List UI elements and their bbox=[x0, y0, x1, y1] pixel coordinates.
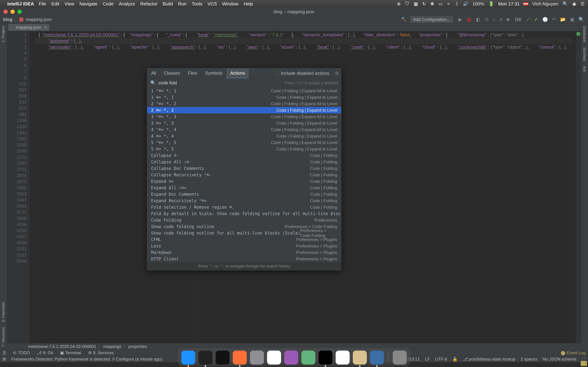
dock-app-activity[interactable] bbox=[216, 350, 230, 365]
timemachine-icon[interactable]: ↻ bbox=[422, 1, 426, 7]
stop-icon[interactable]: ≡ bbox=[500, 17, 502, 22]
mac-menu-item[interactable]: Window bbox=[222, 1, 238, 7]
popup-result-row[interactable]: Collapse ⌘-Code | Folding bbox=[147, 152, 341, 159]
vcs-update-icon[interactable]: ✓ bbox=[526, 17, 530, 22]
popup-result-row[interactable]: Collapse Doc CommentsCode | Folding bbox=[147, 165, 341, 172]
minimize-window-button[interactable] bbox=[10, 10, 15, 14]
run-config-combo[interactable]: Add Configuration... bbox=[410, 16, 453, 23]
popup-tab[interactable]: Files bbox=[184, 68, 201, 78]
mac-menu-item[interactable]: Run bbox=[178, 1, 187, 7]
shield-icon[interactable]: ⛉ bbox=[405, 1, 409, 7]
mac-menu-item[interactable]: Refactor bbox=[140, 1, 157, 7]
popup-tab[interactable]: Symbols bbox=[201, 68, 226, 78]
todo-tool-button[interactable]: 6: TODO bbox=[13, 350, 30, 355]
vcs-revert-icon[interactable]: ↶ bbox=[552, 17, 556, 22]
zoom-window-button[interactable] bbox=[17, 10, 22, 14]
dock-app-intellij[interactable] bbox=[319, 350, 332, 365]
dock-app-photos[interactable] bbox=[267, 350, 281, 365]
coverage-icon[interactable]: ◧ bbox=[476, 17, 480, 22]
line-separator[interactable]: LF bbox=[425, 357, 430, 362]
mac-menu-item[interactable]: View bbox=[64, 1, 74, 7]
volume-icon[interactable]: 🔊 bbox=[463, 1, 468, 7]
dock-app-podcasts[interactable] bbox=[284, 350, 298, 365]
popup-result-row[interactable]: 4 ⌃⌘= *, 4Code | Folding | Expand All to… bbox=[147, 126, 341, 133]
memory-icon[interactable]: ⬚ bbox=[581, 357, 586, 362]
dock-app-finder[interactable] bbox=[181, 350, 195, 365]
vcs-commit-icon[interactable]: ✔ bbox=[534, 17, 538, 22]
popup-result-row[interactable]: Fold by default in Scala: Show code fold… bbox=[147, 210, 341, 217]
popup-result-row[interactable]: CFMLPreferences > Plugins bbox=[147, 236, 341, 243]
sciview-tool-button[interactable]: SciView bbox=[581, 45, 588, 64]
popup-tab[interactable]: Classes bbox=[160, 68, 184, 78]
dock-app-color[interactable] bbox=[336, 350, 350, 365]
popup-result-row[interactable]: Expand Doc CommentsCode | Folding bbox=[147, 191, 341, 198]
notifications-icon[interactable]: ☰ bbox=[580, 1, 585, 7]
dock-app-quicktime[interactable] bbox=[370, 350, 384, 365]
popup-result-row[interactable]: Collapse All ⇧⌘-Code | Folding bbox=[147, 159, 341, 165]
dock-app-settings[interactable] bbox=[250, 350, 264, 365]
popup-tab[interactable]: All bbox=[147, 68, 160, 78]
siri-icon[interactable]: ◉ bbox=[572, 1, 576, 7]
mac-menu-item[interactable]: Edit bbox=[52, 1, 59, 7]
fold-stripe[interactable] bbox=[30, 31, 35, 350]
network-icon[interactable]: ⊕ bbox=[397, 1, 401, 7]
grid-icon[interactable]: ▦ bbox=[414, 1, 418, 7]
db-icon[interactable]: ❃ bbox=[430, 1, 434, 7]
popup-pin-icon[interactable]: ⧉ bbox=[333, 68, 341, 78]
ant-tool-button[interactable]: Ant bbox=[581, 64, 588, 75]
mac-menu-item[interactable]: VCS bbox=[208, 1, 217, 7]
mac-menu-item[interactable]: Code bbox=[103, 1, 113, 7]
popup-result-row[interactable]: 4 ⌘= *, 4Code | Folding | Expand to Leve… bbox=[147, 133, 341, 139]
wifi-icon[interactable]: ᯤ bbox=[447, 1, 451, 7]
dock-app-atom[interactable] bbox=[301, 350, 315, 365]
profile-icon[interactable]: ◷ bbox=[484, 17, 489, 22]
username[interactable]: Vinh Nguyen bbox=[532, 1, 558, 7]
favorites-tool-button[interactable]: 2: Favorites bbox=[0, 299, 7, 325]
run-icon[interactable]: ▶ bbox=[458, 17, 462, 22]
stop2-icon[interactable]: ■ bbox=[507, 17, 510, 22]
breadcrumb-item[interactable]: mappings bbox=[103, 344, 121, 349]
build-icon[interactable]: 🔨 bbox=[401, 17, 407, 22]
vcs-push-icon[interactable]: 📂 bbox=[560, 17, 566, 22]
search-everywhere-icon[interactable]: 🔍 bbox=[579, 17, 584, 22]
dock-app-firefox[interactable] bbox=[233, 350, 247, 365]
popup-tab[interactable]: Actions bbox=[226, 68, 249, 78]
popup-result-row[interactable]: Fold Selection / Remove region ⌘.Code | … bbox=[147, 204, 341, 210]
include-disabled-checkbox[interactable]: Include disabled actions bbox=[272, 68, 333, 78]
attach-icon[interactable]: ⟐ bbox=[493, 17, 496, 22]
indent-info[interactable]: 2 spaces bbox=[521, 357, 537, 362]
project-tool-button[interactable]: 1: Project bbox=[0, 23, 7, 45]
search-icon[interactable]: ▣ bbox=[570, 17, 574, 22]
debug-icon[interactable]: 🐞 bbox=[466, 17, 472, 22]
mac-menu-item[interactable]: File bbox=[39, 1, 46, 7]
git-branch[interactable]: ⎇ post/kibana-static-lookup bbox=[463, 357, 515, 362]
git-tool-button[interactable]: ⎇ 9: Git bbox=[37, 350, 53, 355]
mac-menu-item[interactable]: Navigate bbox=[79, 1, 97, 7]
mac-menu-item[interactable]: Help bbox=[244, 1, 253, 7]
app-name[interactable]: IntelliJ IDEA bbox=[7, 1, 34, 7]
status-indicator-icon[interactable]: ⊞ bbox=[2, 357, 6, 362]
project-crumb[interactable]: blog bbox=[2, 17, 14, 22]
structure-tool-button[interactable]: 7: Structure bbox=[0, 325, 7, 350]
dock-app-trash[interactable] bbox=[393, 350, 407, 365]
popup-result-row[interactable]: Expand Recursively ⌃⌘+Code | Folding bbox=[147, 198, 341, 204]
popup-result-row[interactable]: 3 ⌘= *, 3Code | Folding | Expand to Leve… bbox=[147, 120, 341, 126]
dock-app-preview[interactable] bbox=[353, 350, 367, 365]
event-log-button[interactable]: ⬤ Event Log bbox=[561, 350, 586, 355]
popup-result-row[interactable]: MarkdownPreferences > Plugins bbox=[147, 249, 341, 256]
bluetooth-icon[interactable]: ᛒ bbox=[456, 1, 458, 7]
error-stripe[interactable] bbox=[576, 31, 581, 350]
popup-result-row[interactable]: 2 ⌘= *, 2Code | Folding | Expand to Leve… bbox=[147, 107, 341, 113]
status-message[interactable]: Frameworks Detected: Python framework is… bbox=[11, 357, 162, 362]
services-tool-button[interactable]: ⚙ 8: Services bbox=[88, 350, 114, 355]
file-crumb[interactable]: mapping.json bbox=[24, 17, 53, 22]
battery-icon[interactable]: 🔋 bbox=[488, 1, 494, 7]
popup-result-row[interactable]: Show code folding outline for all multi-… bbox=[147, 230, 341, 236]
popup-result-row[interactable]: HTTP ClientPreferences > Plugins bbox=[147, 256, 341, 262]
search-input[interactable] bbox=[158, 80, 285, 86]
menu-icon[interactable]: ☰ bbox=[2, 350, 6, 355]
display-icon[interactable]: ▭ bbox=[438, 1, 443, 7]
popup-result-row[interactable]: Code FoldingPreferences bbox=[147, 217, 341, 223]
breadcrumb-item[interactable]: properties bbox=[129, 344, 147, 349]
popup-result-row[interactable]: LessPreferences > Plugins bbox=[147, 243, 341, 249]
